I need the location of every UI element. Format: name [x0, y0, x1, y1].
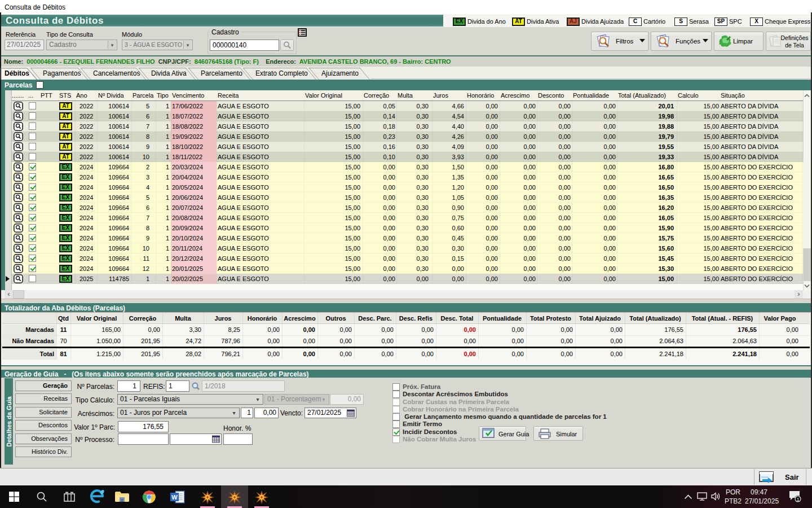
- svg-text:1: 1: [796, 497, 799, 502]
- svg-text:W: W: [171, 494, 178, 501]
